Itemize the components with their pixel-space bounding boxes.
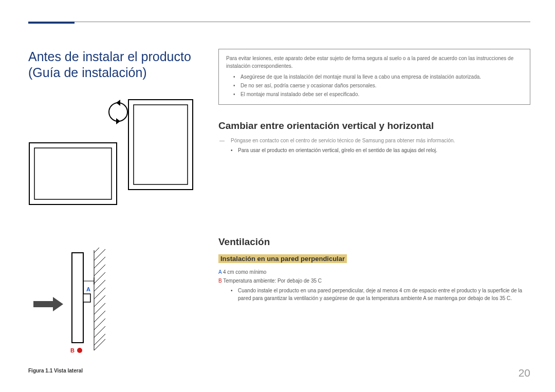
warning-box: Para evitar lesiones, este aparato debe … [218, 49, 530, 105]
warning-bullet: Asegúrese de que la instalación del mont… [240, 73, 523, 81]
warning-bullet: El montaje mural instalado debe ser el e… [240, 90, 523, 98]
orientation-heading: Cambiar entre orientación vertical y hor… [218, 120, 530, 132]
svg-point-26 [77, 348, 82, 353]
page-number: 20 [519, 367, 530, 379]
page-title: Antes de instalar el producto (Guía de i… [28, 49, 213, 81]
figure-caption: Figura 1.1 Vista lateral [28, 368, 213, 374]
side-view-diagram: A B Figura 1.1 Vista lateral [28, 248, 213, 374]
svg-rect-6 [72, 253, 83, 343]
spec-line-a: A 4 cm como mínimo [218, 269, 530, 275]
right-column: Para evitar lesiones, este aparato debe … [218, 49, 530, 303]
diagram-label-b: B [70, 347, 75, 353]
svg-line-22 [94, 339, 105, 350]
header-rule [28, 22, 530, 22]
side-view-icon: A B [28, 248, 131, 361]
spec-line-b: B Temperatura ambiente: Por debajo de 35… [218, 278, 530, 284]
svg-line-9 [94, 248, 105, 253]
ventilation-bullet: Cuando instale el producto en una pared … [238, 287, 530, 302]
warning-intro: Para evitar lesiones, este aparato debe … [226, 54, 523, 70]
orientation-bullet: Para usar el producto en orientación ver… [238, 146, 530, 154]
ventilation-heading: Ventilación [218, 236, 530, 248]
orientation-note: Póngase en contacto con el centro de ser… [218, 138, 530, 143]
screens-rotation-icon [28, 97, 203, 215]
spec-a-text: 4 cm como mínimo [221, 269, 266, 275]
ventilation-section: Ventilación Instalación en una pared per… [218, 236, 530, 302]
warning-bullet: De no ser así, podría caerse y ocasionar… [240, 82, 523, 89]
header-accent [28, 22, 75, 24]
svg-rect-1 [34, 148, 112, 199]
label-b: B [218, 278, 222, 284]
orientation-diagram [28, 97, 213, 217]
svg-rect-7 [83, 294, 90, 302]
svg-rect-3 [134, 105, 188, 184]
spec-b-text: Temperatura ambiente: Por debajo de 35 C [222, 278, 322, 284]
left-column: Antes de instalar el producto (Guía de i… [28, 49, 213, 374]
svg-rect-5 [33, 301, 53, 307]
diagram-label-a: A [86, 286, 90, 292]
svg-point-4 [109, 103, 127, 121]
ventilation-subheading: Instalación en una pared perpendicular [218, 254, 347, 263]
